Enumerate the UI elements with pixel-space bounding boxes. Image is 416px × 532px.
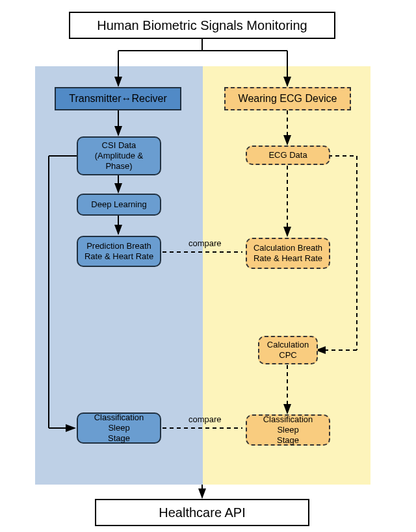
- footer-box: Healthcare API: [95, 499, 309, 526]
- title-text: Human Biometric Signals Monitoring: [97, 18, 307, 33]
- left-header-text: Transmitter↔Reciver: [69, 93, 167, 105]
- node-dl-text: Deep Learning: [91, 199, 146, 210]
- title-box: Human Biometric Signals Monitoring: [69, 12, 335, 39]
- node-ecg-data: ECG Data: [246, 146, 330, 165]
- node-cls-right-text: Classification SleepStage: [252, 414, 324, 446]
- right-header-text: Wearing ECG Device: [239, 93, 337, 105]
- node-ecg-text: ECG Data: [268, 150, 307, 160]
- node-prediction: Prediction BreathRate & Heart Rate: [77, 236, 161, 267]
- node-classification-left: Classification SleepStage: [77, 412, 161, 444]
- node-cls-left-text: Classification SleepStage: [83, 412, 155, 444]
- left-header: Transmitter↔Reciver: [55, 87, 181, 110]
- node-deep-learning: Deep Learning: [77, 194, 161, 216]
- compare-label-1: compare: [188, 238, 222, 248]
- node-csi: CSI Data(Amplitude &Phase): [77, 136, 161, 175]
- right-header: Wearing ECG Device: [224, 87, 351, 110]
- node-calc-text: Calculation BreathRate & Heart Rate: [254, 243, 322, 264]
- node-classification-right: Classification SleepStage: [246, 414, 330, 446]
- node-csi-text: CSI Data(Amplitude &Phase): [95, 140, 143, 172]
- diagram-canvas: Human Biometric Signals Monitoring Healt…: [0, 0, 416, 532]
- node-pred-text: Prediction BreathRate & Heart Rate: [84, 241, 153, 262]
- node-cpc: CalculationCPC: [258, 336, 318, 364]
- node-calculation: Calculation BreathRate & Heart Rate: [246, 238, 330, 269]
- footer-text: Healthcare API: [159, 505, 245, 520]
- node-cpc-text: CalculationCPC: [267, 340, 309, 361]
- compare-label-2: compare: [188, 414, 222, 424]
